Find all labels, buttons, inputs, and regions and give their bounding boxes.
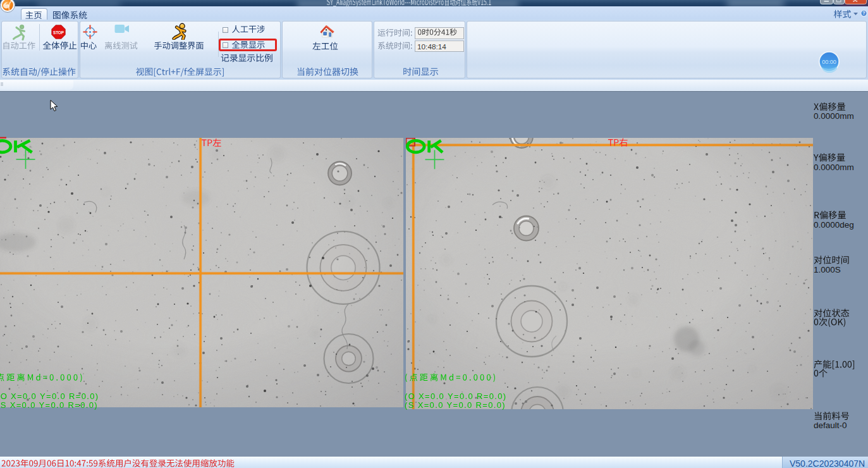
svg-text:?: ?	[862, 11, 865, 15]
svg-text:00:00: 00:00	[822, 59, 836, 65]
svg-text:STOP: STOP	[53, 30, 64, 35]
